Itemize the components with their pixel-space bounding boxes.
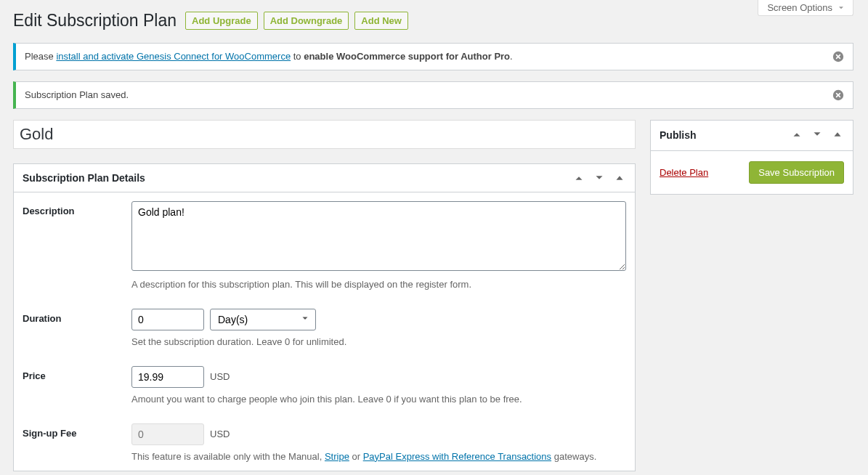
chevron-down-icon	[837, 4, 845, 12]
duration-label: Duration	[23, 309, 131, 324]
genesis-connect-link[interactable]: install and activate Genesis Connect for…	[56, 51, 291, 62]
signup-fee-currency: USD	[210, 429, 230, 439]
delete-plan-link[interactable]: Delete Plan	[660, 167, 708, 178]
add-new-button[interactable]: Add New	[354, 12, 408, 30]
notice-text: Please	[25, 51, 56, 62]
stripe-link[interactable]: Stripe	[325, 451, 349, 462]
dismiss-notice-button[interactable]	[832, 89, 844, 101]
add-upgrade-button[interactable]: Add Upgrade	[185, 12, 258, 30]
signup-fee-input	[131, 423, 204, 445]
description-textarea[interactable]: Gold plan!	[131, 201, 626, 271]
notice-success-text: Subscription Plan saved.	[25, 89, 129, 100]
paypal-link[interactable]: PayPal Express with Reference Transactio…	[363, 451, 551, 462]
price-input[interactable]	[131, 366, 204, 388]
price-help: Amount you want to charge people who joi…	[131, 394, 626, 405]
chevron-up-icon	[790, 128, 803, 141]
duration-input[interactable]	[131, 309, 204, 330]
price-currency: USD	[210, 371, 230, 382]
caret-up-icon	[831, 128, 844, 141]
screen-options-label: Screen Options	[767, 2, 832, 13]
caret-up-icon	[613, 171, 626, 184]
add-downgrade-button[interactable]: Add Downgrade	[264, 12, 349, 30]
plan-title-input[interactable]	[13, 120, 636, 149]
toggle-panel-button[interactable]	[613, 171, 626, 184]
dismiss-notice-button[interactable]	[832, 51, 844, 62]
signup-fee-label: Sign-up Fee	[23, 423, 131, 439]
notice-info: Please install and activate Genesis Conn…	[13, 43, 853, 70]
price-label: Price	[23, 366, 131, 381]
move-down-button[interactable]	[593, 171, 606, 184]
signup-fee-help: This feature is available only with the …	[131, 451, 626, 462]
details-panel-title: Subscription Plan Details	[23, 172, 145, 184]
description-help: A description for this subscription plan…	[131, 279, 626, 290]
publish-panel: Publish Delete Plan Save Subscription	[650, 120, 853, 195]
chevron-up-icon	[572, 171, 585, 184]
toggle-panel-button[interactable]	[831, 128, 844, 143]
move-down-button[interactable]	[811, 128, 824, 143]
chevron-down-icon	[593, 171, 606, 184]
page-title: Edit Subscription Plan	[13, 10, 177, 32]
notice-text: to	[291, 51, 304, 62]
notice-text: .	[510, 51, 513, 62]
close-icon	[832, 89, 844, 101]
description-label: Description	[23, 201, 131, 216]
move-up-button[interactable]	[790, 128, 803, 143]
notice-success: Subscription Plan saved.	[13, 81, 853, 109]
duration-help: Set the subscription duration. Leave 0 f…	[131, 336, 626, 347]
close-icon	[832, 51, 844, 62]
save-subscription-button[interactable]: Save Subscription	[749, 161, 844, 184]
chevron-down-icon	[811, 128, 824, 141]
notice-bold: enable WooCommerce support for Author Pr…	[304, 51, 510, 62]
screen-options-toggle[interactable]: Screen Options	[758, 0, 853, 16]
duration-unit-select[interactable]: Day(s)	[210, 309, 316, 330]
details-panel: Subscription Plan Details Description Go…	[13, 163, 636, 471]
publish-panel-title: Publish	[660, 129, 697, 141]
move-up-button[interactable]	[572, 171, 585, 184]
